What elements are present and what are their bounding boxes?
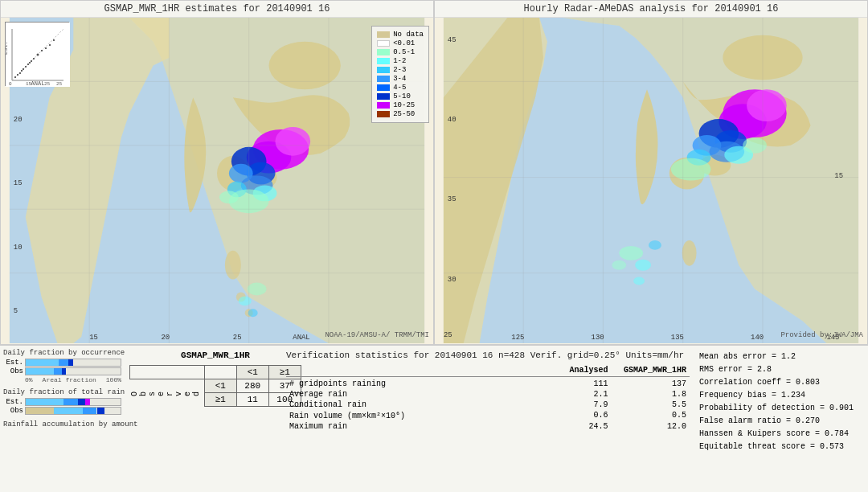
- svg-text:5: 5: [14, 307, 18, 315]
- legend-color-34: [377, 76, 390, 82]
- verification-section: Verification statistics for 20140901 16 …: [283, 349, 693, 489]
- stats-val1-rainvol: 0.6: [542, 410, 612, 421]
- legend-item-nodata: No data: [377, 31, 424, 39]
- svg-text:15: 15: [14, 179, 23, 187]
- legend-color-12: [377, 58, 390, 64]
- stats-val1-avgrain: 2.1: [542, 389, 612, 400]
- contingency-empty-cell2: [204, 366, 236, 379]
- stat-freq-bias: Frequency bias = 1.234: [699, 389, 862, 402]
- svg-point-46: [239, 296, 252, 305]
- legend-item-510: 5-10: [377, 92, 424, 100]
- svg-point-31: [225, 251, 241, 280]
- svg-point-11: [29, 62, 31, 64]
- scatter-plot-svg: ANAL Est. 0 15 25 25: [6, 23, 70, 87]
- contingency-row-gte1: ≥1: [204, 393, 236, 407]
- legend-color-23: [377, 67, 390, 73]
- svg-text:25: 25: [56, 81, 63, 87]
- bar-fill-obs-darkblue-2: [97, 408, 104, 414]
- stats-label-avgrain: Average rain: [286, 389, 542, 400]
- main-container: GSMAP_MWR_1HR estimates for 20140901 16: [0, 0, 868, 492]
- svg-point-18: [53, 39, 55, 41]
- legend-label-nodata: No data: [393, 31, 424, 39]
- bar-label-obs-1: Obs: [3, 367, 23, 375]
- svg-point-7: [21, 70, 23, 72]
- right-stats-section: Mean abs error = 1.2 RMS error = 2.8 Cor…: [696, 349, 865, 489]
- bar-fill-obs-cyan-2: [54, 408, 82, 414]
- bar-label-est-2: Est.: [3, 398, 23, 406]
- bar-chart-title-1: Daily fraction by occurrence: [3, 349, 148, 357]
- svg-text:15: 15: [834, 172, 843, 180]
- stat-mean-abs-error: Mean abs error = 1.2: [699, 351, 862, 363]
- legend-label-2550: 25-50: [393, 110, 415, 118]
- legend-item-23: 2-3: [377, 66, 424, 74]
- svg-text:25: 25: [44, 81, 51, 87]
- legend-label-45: 4-5: [393, 84, 406, 92]
- legend-item-2550: 25-50: [377, 110, 424, 118]
- bar-fill-obs-cyan-1: [26, 368, 54, 375]
- svg-text:45: 45: [448, 36, 457, 44]
- svg-point-8: [23, 68, 24, 70]
- bar-row-obs-1: Obs: [3, 367, 148, 375]
- stats-empty-label: [286, 365, 542, 377]
- bar-label-est-1: Est.: [3, 359, 23, 367]
- bar-row-obs-2: Obs: [3, 407, 148, 415]
- bar-fill-obs-beige-2: [26, 408, 54, 414]
- stats-row-avgrain: Average rain 2.1 1.8: [286, 389, 690, 400]
- right-map-svg: 125 130 135 140 145 45 40 35 30 25 15: [435, 18, 867, 343]
- legend-color-001: [377, 40, 390, 47]
- bar-axis-0: 0%: [25, 376, 33, 383]
- svg-text:25: 25: [444, 331, 452, 339]
- svg-point-13: [33, 58, 35, 59]
- bar-chart-title-2: Daily fraction of total rain: [3, 388, 148, 396]
- legend-color-nodata: [377, 31, 390, 38]
- svg-point-87: [612, 260, 626, 270]
- stat-pod: Probability of detection = 0.901: [699, 402, 862, 415]
- legend-label-510: 5-10: [393, 92, 411, 100]
- stats-table: Analysed GSMAP_MWR_1HR # gridpoints rain…: [286, 365, 690, 432]
- stats-val2-rainvol: 0.5: [612, 410, 690, 421]
- stat-equitable-threat: Equitable threat score = 0.573: [699, 441, 862, 453]
- svg-point-15: [41, 50, 43, 51]
- legend-color-510: [377, 93, 390, 100]
- contingency-obs-label: Observed: [130, 379, 205, 407]
- stats-val2-maxrain: 12.0: [612, 421, 690, 432]
- svg-point-84: [619, 246, 643, 260]
- svg-point-16: [45, 47, 47, 49]
- legend-color-2550: [377, 111, 390, 117]
- svg-text:20: 20: [162, 334, 170, 342]
- contingency-row-lt1: <1: [204, 379, 236, 393]
- legend-color-1025: [377, 102, 390, 109]
- svg-point-6: [19, 72, 21, 74]
- stats-label-gridpoints: # gridpoints raining: [286, 379, 542, 389]
- obs-label-text: Observed: [130, 390, 201, 396]
- svg-text:15: 15: [89, 334, 98, 342]
- bar-axis-1: 0% Areal fraction 100%: [25, 376, 121, 383]
- stats-row-rainvol: Rain volume (mm×km²×10⁶) 0.6 0.5: [286, 410, 690, 421]
- bar-fill-est-blue-2: [63, 399, 78, 405]
- stats-val2-gridpoints: 137: [612, 379, 690, 389]
- bar-fill-obs-darkblue-1: [62, 368, 66, 375]
- contingency-title: GSMAP_MWR_1HR: [181, 351, 250, 360]
- bar-chart-title-3: Rainfall accumulation by amount: [3, 420, 148, 428]
- svg-text:130: 130: [592, 334, 604, 342]
- legend-item-34: 3-4: [377, 75, 424, 83]
- legend-color-45: [377, 84, 390, 91]
- svg-point-9: [25, 66, 27, 68]
- bar-fill-est-cyan-1: [26, 359, 59, 366]
- left-map-area: ANAL Est. 0 15 25 25: [1, 18, 433, 343]
- stats-label-rainvol: Rain volume (mm×km²×10⁶): [286, 410, 542, 421]
- right-map-area: 125 130 135 140 145 45 40 35 30 25 15 Pr…: [435, 18, 867, 343]
- legend-box: No data <0.01 0.5-1 1-2: [371, 26, 429, 123]
- bar-fill-obs-blue-2: [83, 408, 97, 414]
- svg-point-44: [219, 191, 239, 203]
- svg-text:15: 15: [26, 81, 32, 87]
- bar-fill-est-darkblue-1: [68, 359, 73, 366]
- scatter-inset: ANAL Est. 0 15 25 25: [5, 22, 69, 86]
- bar-fill-est-cyan-2: [26, 399, 63, 405]
- legend-item-12: 1-2: [377, 57, 424, 65]
- bottom-row: Daily fraction by occurrence Est. Obs: [0, 346, 868, 492]
- legend-item-1025: 10-25: [377, 101, 424, 109]
- svg-text:Est.: Est.: [6, 41, 9, 55]
- legend-label-23: 2-3: [393, 66, 406, 74]
- left-map-attribution: NOAA-19/AMSU-A/ TRMM/TMI: [325, 331, 429, 339]
